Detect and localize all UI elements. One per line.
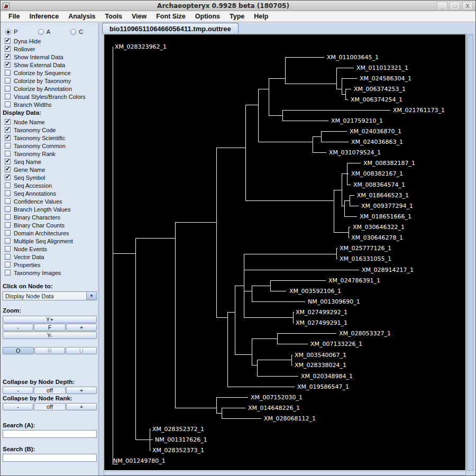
menu-item-tools[interactable]: Tools [100,12,127,21]
leaf-label[interactable]: XM_014648226_1 [248,405,300,411]
leaf-label[interactable]: XM_028053327_1 [339,330,391,337]
checkbox-row-gene-name[interactable]: Gene Name [1,166,98,173]
leaf-label[interactable]: XM_027499292_1 [296,309,347,316]
leaf-label[interactable]: XM_008382187_1 [363,160,415,167]
checkbox-icon[interactable] [5,190,11,196]
checkbox-row-seq-symbol[interactable]: Seq Symbol [1,173,98,181]
checkbox-icon[interactable] [5,102,11,107]
checkbox-row-rollover[interactable]: Rollover [1,45,98,53]
leaf-label[interactable]: XM_016331055_1 [340,255,391,262]
leaf-label[interactable]: XM_006374254_1 [351,96,402,103]
checkbox-icon[interactable] [5,246,11,252]
checkbox-row-binary-char-counts[interactable]: Binary Char Counts [1,221,98,229]
minimize-button[interactable]: _ [437,2,447,10]
zoom-out-button[interactable]: - [3,324,33,331]
menu-item-type[interactable]: Type [225,12,249,21]
order-button-r[interactable]: R [34,347,66,354]
checkbox-icon[interactable] [5,182,11,188]
leaf-label[interactable]: XM_003540067_1 [295,352,346,359]
vertical-scrollbar-thumb[interactable] [468,35,473,471]
checkbox-row-colorize-by-taxonomy[interactable]: Colorize by Taxonomy [1,77,98,85]
menu-item-options[interactable]: Options [190,12,225,21]
checkbox-row-multiple-seq-alignment[interactable]: Multiple Seq Alignment [1,237,98,245]
checkbox-icon[interactable] [5,94,11,99]
checkbox-icon[interactable] [5,119,11,125]
checkbox-icon[interactable] [5,143,11,149]
checkbox-icon[interactable] [5,151,11,157]
checkbox-icon[interactable] [5,206,11,212]
menu-item-file[interactable]: File [4,12,25,21]
checkbox-icon[interactable] [5,135,11,141]
checkbox-icon[interactable] [5,270,11,276]
order-button-u[interactable]: U [66,347,97,354]
collapse-depth-plus-button[interactable]: + [66,387,97,394]
checkbox-row-taxonomy-common[interactable]: Taxonomy Common [1,142,98,150]
leaf-label[interactable]: XM_007133226_1 [310,341,362,347]
leaf-label[interactable]: XM_024036870_1 [350,128,401,135]
checkbox-row-colorize-by-sequence[interactable]: Colorize by Sequence [1,69,98,77]
checkbox-row-binary-characters[interactable]: Binary Characters [1,213,98,221]
horizontal-scrollbar[interactable] [104,471,466,475]
zoom-y-minus-button[interactable]: Y- [3,332,97,339]
leaf-label[interactable]: XM_028068112_1 [264,415,316,422]
leaf-label[interactable]: XM_024586304_1 [360,75,411,82]
close-button[interactable]: X [462,2,473,10]
checkbox-icon[interactable] [5,70,11,76]
checkbox-icon[interactable] [5,159,11,164]
checkbox-row-node-name[interactable]: Node Name [1,118,98,126]
checkbox-icon[interactable] [5,175,11,180]
checkbox-row-branch-widths[interactable]: Branch Widths [1,100,98,108]
checkbox-row-taxonomy-images[interactable]: Taxonomy Images [1,269,98,277]
zoom-y-plus-button[interactable]: Y+ [3,316,97,323]
leaf-label[interactable]: XM_011012321_1 [356,65,408,71]
leaf-label[interactable]: XM_008382167_1 [351,170,403,177]
menu-item-font-size[interactable]: Font Size [151,12,190,21]
click-node-dropdown[interactable]: Display Node Data ▼ [3,291,97,300]
checkbox-row-domain-architectures[interactable]: Domain Architectures [1,229,98,237]
leaf-label[interactable]: XM_028914217_1 [362,267,414,273]
checkbox-icon[interactable] [5,167,11,172]
checkbox-row-show-internal-data[interactable]: Show Internal Data [1,53,98,61]
order-button-o[interactable]: O [3,347,34,354]
checkbox-row-visual-styles-branch-colors[interactable]: Visual Styles/Branch Colors [1,93,98,100]
checkbox-row-colorize-by-annotation[interactable]: Colorize by Annotation [1,85,98,93]
menu-item-view[interactable]: View [127,12,151,21]
leaf-label[interactable]: XM_018646523_1 [357,192,409,199]
collapse-depth-minus-button[interactable]: - [3,387,33,394]
checkbox-row-taxonomy-scientific[interactable]: Taxonomy Scientific [1,134,98,142]
menu-item-analysis[interactable]: Analysis [63,12,100,21]
leaf-label[interactable]: XM_018651666_1 [360,213,411,220]
checkbox-icon[interactable] [5,222,11,228]
leaf-label[interactable]: XM_006374253_1 [354,86,406,93]
checkbox-icon[interactable] [5,86,11,91]
zoom-fit-button[interactable]: F [34,324,66,331]
vertical-scrollbar[interactable] [466,34,473,471]
checkbox-icon[interactable] [5,78,11,84]
checkbox-row-show-external-data[interactable]: Show External Data [1,61,98,69]
checkbox-icon[interactable] [5,214,11,220]
leaf-label[interactable]: XM_028323962_1 [115,43,167,50]
menu-item-help[interactable]: Help [249,12,273,21]
checkbox-row-taxonomy-rank[interactable]: Taxonomy Rank [1,150,98,158]
checkbox-row-taxonomy-code[interactable]: Taxonomy Code [1,126,98,134]
checkbox-icon[interactable] [5,127,11,133]
checkbox-icon[interactable] [5,54,11,60]
tree-canvas[interactable]: XM_028323962_1XM_011003645_1XM_011012321… [104,34,466,471]
tree-tab[interactable]: bio1109651106466056411.tmp.outtree [102,23,239,34]
zoom-in-button[interactable]: + [66,324,97,331]
leaf-label[interactable]: XM_028352372_1 [152,426,204,433]
leaf-label[interactable]: XM_027499291_1 [296,319,347,326]
leaf-label[interactable]: XM_007152030_1 [251,394,303,401]
maximize-button[interactable]: □ [450,2,460,10]
radio-option-c[interactable]: C [66,29,98,35]
leaf-label[interactable]: NM_001249780_1 [113,457,166,464]
leaf-label[interactable]: XM_009377294_1 [361,203,413,209]
menu-item-inference[interactable]: Inference [25,12,64,21]
search-a-input[interactable] [3,430,97,438]
leaf-label[interactable]: XM_003592106_1 [289,288,341,295]
checkbox-row-dyna-hide[interactable]: Dyna Hide [1,37,98,45]
checkbox-row-branch-length-values[interactable]: Branch Length Values [1,205,98,213]
chevron-down-icon[interactable]: ▼ [86,291,97,300]
leaf-label[interactable]: XM_025777126_1 [340,245,391,252]
leaf-label[interactable]: XM_011003645_1 [327,54,379,61]
